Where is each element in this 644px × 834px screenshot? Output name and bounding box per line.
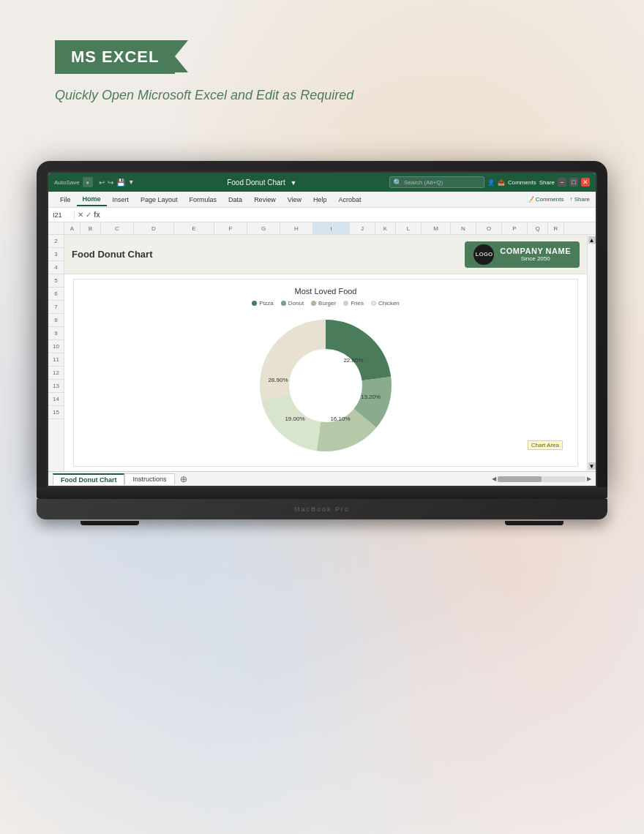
row-11: 11 — [48, 353, 64, 367]
horizontal-scroll[interactable]: ◀ ▶ — [492, 476, 591, 482]
autosave-label: AutoSave — [54, 179, 80, 186]
excel-title-bar: AutoSave ● ↩ ↪ 💾 ▼ Food Donut Chart ▼ — [48, 173, 596, 192]
laptop-mockup: AutoSave ● ↩ ↪ 💾 ▼ Food Donut Chart ▼ — [37, 161, 607, 525]
col-header-r[interactable]: R — [548, 222, 564, 234]
row-5: 5 — [48, 274, 64, 288]
confirm-formula-icon[interactable]: ✓ — [86, 211, 91, 219]
donut-chart-svg: 22.80% 13.20% 16.10% 19.00% 28.90% — [252, 312, 399, 459]
legend-chicken: Chicken — [371, 300, 400, 307]
search-placeholder: Search (Alt+Q) — [404, 179, 443, 186]
legend-fries: Fries — [343, 300, 364, 307]
col-header-o[interactable]: O — [476, 222, 502, 234]
donut-chart-area: 22.80% 13.20% 16.10% 19.00% 28.90% — [81, 312, 570, 459]
legend-burger: Burger — [311, 300, 336, 307]
col-header-k[interactable]: K — [375, 222, 396, 234]
legend-dot-burger — [311, 301, 316, 306]
ribbon-tabs: File Home Insert Page Layout Formulas Da… — [48, 192, 596, 208]
col-header-m[interactable]: M — [422, 222, 451, 234]
col-header-a[interactable]: A — [64, 222, 80, 234]
tab-food-donut-chart[interactable]: Food Donut Chart — [53, 473, 124, 485]
col-header-n[interactable]: N — [451, 222, 476, 234]
col-header-j[interactable]: J — [350, 222, 375, 234]
since-label: Since 2050 — [500, 255, 571, 262]
row-14: 14 — [48, 393, 64, 406]
row-3: 3 — [48, 248, 64, 261]
col-header-c[interactable]: C — [101, 222, 134, 234]
col-header-h[interactable]: H — [280, 222, 313, 234]
tab-view[interactable]: View — [282, 194, 307, 206]
tab-formulas[interactable]: Formulas — [184, 194, 223, 206]
tab-insert[interactable]: Insert — [107, 194, 135, 206]
legend-dot-chicken — [371, 301, 376, 306]
legend-label-chicken: Chicken — [378, 300, 400, 307]
insert-function-icon[interactable]: fx — [94, 211, 100, 219]
row-4: 4 — [48, 261, 64, 274]
comments-btn[interactable]: Comments — [508, 179, 536, 186]
tab-acrobat[interactable]: Acrobat — [333, 194, 367, 206]
ms-excel-badge: MS EXCEL — [55, 40, 175, 74]
search-bar[interactable]: 🔍 Search (Alt+Q) — [389, 176, 484, 188]
share-btn[interactable]: Share — [539, 179, 555, 186]
col-header-f[interactable]: F — [214, 222, 247, 234]
legend-dot-donut — [281, 301, 286, 306]
share-link[interactable]: ↑ Share — [569, 196, 590, 203]
tab-instructions[interactable]: Instructions — [124, 473, 174, 484]
laptop-screen: AutoSave ● ↩ ↪ 💾 ▼ Food Donut Chart ▼ — [47, 171, 597, 487]
tab-review[interactable]: Review — [248, 194, 282, 206]
col-header-d[interactable]: D — [134, 222, 174, 234]
laptop-foot-left — [80, 521, 139, 525]
label-pizza: 22.80% — [343, 357, 363, 364]
scroll-thumb[interactable] — [498, 476, 542, 482]
laptop-screen-bezel: AutoSave ● ↩ ↪ 💾 ▼ Food Donut Chart ▼ — [37, 161, 607, 487]
chart-title: Most Loved Food — [81, 287, 570, 296]
company-name: COMPANY NAME — [500, 247, 571, 255]
ribbon-right: 📝 Comments ↑ Share — [527, 196, 590, 203]
badge-label: MS EXCEL — [71, 48, 159, 66]
tab-help[interactable]: Help — [307, 194, 333, 206]
autosave-toggle[interactable]: ● — [83, 177, 93, 187]
formula-bar: I21 ✕ ✓ fx — [48, 208, 596, 222]
label-burger: 13.20% — [361, 394, 381, 400]
add-sheet-button[interactable]: ⊕ — [178, 473, 190, 485]
col-header-p[interactable]: P — [502, 222, 528, 234]
label-chicken: 19.00% — [285, 416, 304, 422]
laptop-foot-right — [505, 521, 564, 525]
col-header-b[interactable]: B — [80, 222, 101, 234]
spreadsheet-header: Food Donut Chart LOGO COMPANY NAME Since… — [64, 235, 587, 274]
col-header-l[interactable]: L — [396, 222, 422, 234]
column-headers: A B C D E F G H I J K L M N O P Q — [48, 222, 596, 235]
row-8: 8 — [48, 314, 64, 327]
logo-circle: LOGO — [473, 244, 494, 265]
row-10: 10 — [48, 340, 64, 353]
col-header-e[interactable]: E — [174, 222, 214, 234]
scroll-up[interactable]: ▲ — [588, 236, 596, 244]
tab-data[interactable]: Data — [222, 194, 248, 206]
col-header-i[interactable]: I — [313, 222, 350, 234]
title-bar-right: 🔍 Search (Alt+Q) 👤 📤 Comments Share − □ … — [389, 176, 590, 188]
tab-home[interactable]: Home — [77, 193, 107, 206]
company-logo-area: LOGO COMPANY NAME Since 2050 — [465, 241, 580, 268]
scroll-down[interactable]: ▼ — [588, 462, 596, 470]
cell-reference[interactable]: I21 — [53, 211, 75, 219]
formula-icons: ✕ ✓ fx — [78, 211, 100, 219]
laptop-feet — [37, 521, 607, 525]
logo-text: LOGO — [476, 251, 493, 258]
legend-pizza: Pizza — [252, 300, 274, 307]
cancel-formula-icon[interactable]: ✕ — [78, 211, 83, 219]
minimize-button[interactable]: − — [558, 178, 566, 187]
col-header-q[interactable]: Q — [528, 222, 548, 234]
comments-link[interactable]: 📝 Comments — [527, 196, 564, 203]
legend-label-pizza: Pizza — [259, 300, 274, 307]
tab-file[interactable]: File — [54, 194, 77, 206]
share-icon[interactable]: 📤 — [498, 179, 505, 186]
col-header-g[interactable]: G — [247, 222, 280, 234]
row-15: 15 — [48, 406, 64, 419]
close-button[interactable]: ✕ — [581, 178, 590, 187]
maximize-button[interactable]: □ — [569, 178, 578, 187]
tab-page-layout[interactable]: Page Layout — [135, 194, 184, 206]
sheet-body: 2 3 4 5 6 7 8 9 10 11 12 13 14 15 — [48, 235, 596, 471]
ms-excel-badge-container: MS EXCEL — [55, 40, 175, 74]
chart-container: Most Loved Food Pizza Donut — [73, 279, 578, 467]
vertical-scrollbar[interactable]: ▲ ▼ — [587, 235, 596, 471]
profile-icon[interactable]: 👤 — [487, 179, 495, 186]
